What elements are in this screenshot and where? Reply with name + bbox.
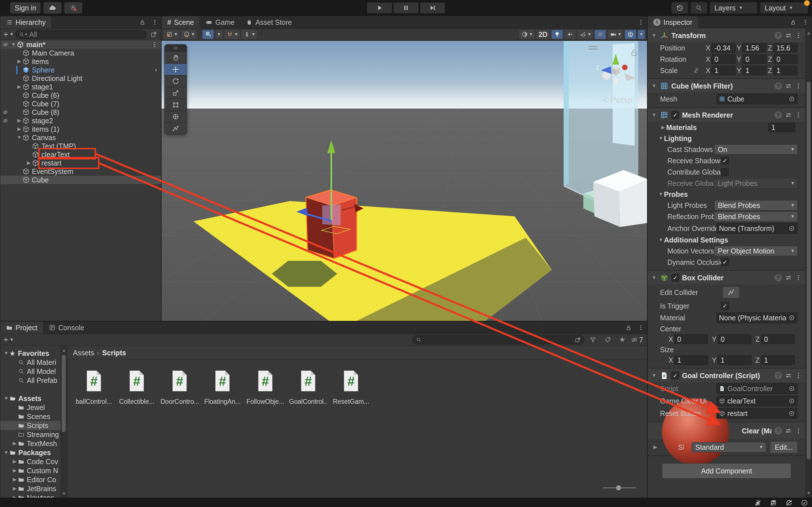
position-y-field[interactable]: 1.56	[742, 43, 767, 53]
tab-scene[interactable]: #Scene	[162, 16, 199, 29]
scroll-up-arrow[interactable]: ▲	[61, 348, 67, 353]
tool-handle-rotation-dropdown[interactable]: ▾	[181, 30, 196, 39]
auto-refresh-status-button[interactable]	[781, 498, 797, 507]
hierarchy-item-main-camera[interactable]: Main Camera	[0, 49, 161, 57]
tab-asset-store[interactable]: Asset Store	[240, 16, 297, 29]
project-tree-scrollbar[interactable]: ▲ ▼	[61, 346, 67, 498]
object-picker-icon[interactable]	[788, 398, 795, 404]
tree-item-scripts[interactable]: Scripts	[0, 421, 67, 430]
asset-tile-2[interactable]: #DoorContro...	[160, 366, 199, 406]
fold-expanded-icon[interactable]: ▼	[651, 83, 657, 89]
fold-expanded-icon[interactable]: ▼	[10, 42, 17, 47]
hierarchy-search-input[interactable]: ▾ All	[15, 30, 146, 39]
scale-z-field[interactable]: 1	[773, 66, 798, 75]
is-trigger-checkbox[interactable]: ✓	[721, 302, 729, 310]
scroll-up-arrow[interactable]: ▲	[806, 31, 812, 36]
snap-button[interactable]: ▾	[224, 30, 240, 39]
fold-expanded-icon[interactable]: ▼	[651, 112, 657, 118]
camera-settings-dropdown[interactable]: ▾	[607, 30, 623, 39]
position-z-field[interactable]: 15.6	[773, 43, 798, 53]
tree-item-textmesh[interactable]: ▶TextMesh	[0, 439, 67, 448]
help-icon[interactable]: ?	[774, 427, 782, 435]
tree-item-custom-n[interactable]: ▶Custom N	[0, 466, 67, 475]
project-create-button[interactable]: ▾	[3, 336, 13, 343]
move-tool-button[interactable]	[165, 64, 187, 75]
vector-y-field[interactable]: 1	[717, 355, 751, 365]
compile-status-button[interactable]	[797, 498, 812, 507]
grid-visibility-button[interactable]	[202, 30, 214, 39]
pause-button[interactable]	[394, 3, 418, 13]
fold-collapsed-icon[interactable]: ▶	[16, 126, 22, 132]
asset-tile-5[interactable]: #GoalControl...	[288, 366, 328, 406]
reflection-probes-dropdown[interactable]: Blend Probes▾	[714, 212, 798, 222]
scene-menu-icon[interactable]	[151, 41, 158, 48]
rotate-tool-button[interactable]	[165, 75, 187, 87]
material-object-field[interactable]: None (Physic Material)	[716, 313, 798, 323]
search-by-label-button[interactable]	[601, 336, 614, 343]
component-header-mesh-renderer[interactable]: ▼✓Mesh Renderer?	[648, 108, 806, 122]
tree-item-streaming[interactable]: Streaming	[0, 430, 67, 439]
scene-menu-button[interactable]	[635, 16, 647, 29]
fold-collapsed-icon[interactable]: ▶	[16, 118, 22, 123]
fold-expanded-icon[interactable]: ▼	[658, 191, 664, 197]
debugger-status-button[interactable]	[750, 498, 765, 507]
layout-dropdown[interactable]: Layout▾	[760, 2, 808, 13]
tab-game[interactable]: Game	[199, 16, 240, 29]
receive-global-illu-dropdown[interactable]: Light Probes▾	[714, 178, 798, 188]
tree-item-all-model[interactable]: All Model	[0, 367, 67, 376]
hierarchy-item-sphere[interactable]: Sphere›	[0, 66, 161, 74]
breadcrumb-current[interactable]: Scripts	[102, 348, 126, 357]
object-picker-icon[interactable]	[788, 385, 795, 392]
position-x-field[interactable]: -0.34	[711, 43, 736, 53]
shading-mode-dropdown[interactable]: ▾	[519, 30, 534, 39]
fold-collapsed-icon[interactable]: ▶	[26, 160, 32, 166]
tree-item-all-materi[interactable]: All Materi	[0, 358, 67, 367]
hierarchy-item-cleartext[interactable]: clearText	[0, 150, 161, 159]
slider-knob[interactable]	[616, 485, 621, 490]
fold-expanded-icon[interactable]: ▼	[658, 237, 664, 243]
layers-dropdown[interactable]: Layers▾	[710, 2, 757, 13]
vector-y-field[interactable]: 0	[717, 334, 751, 344]
audio-toggle-button[interactable]	[565, 30, 576, 39]
tab-project[interactable]: Project	[0, 322, 43, 334]
tab-console[interactable]: Console	[43, 322, 90, 334]
anchor-override-object-field[interactable]: None (Transform)	[716, 223, 798, 234]
inspector-menu-button[interactable]	[799, 16, 812, 29]
tree-item-code-cov[interactable]: ▶Code Cov	[0, 457, 67, 466]
fold-collapsed-icon[interactable]: ▶	[11, 441, 18, 446]
tool-handle-position-dropdown[interactable]: ▾	[164, 30, 179, 39]
mesh-object-field[interactable]: Cube	[716, 94, 798, 104]
object-picker-icon[interactable]	[788, 96, 795, 102]
tree-item-assets[interactable]: ▼Assets	[0, 394, 67, 403]
help-icon[interactable]: ?	[774, 372, 782, 379]
fold-expanded-icon[interactable]: ▼	[16, 135, 22, 140]
hidden-objects-toggle[interactable]	[595, 30, 606, 39]
hierarchy-item-cube-7-[interactable]: Cube (7)	[0, 100, 161, 108]
hierarchy-item-eventsystem[interactable]: EventSystem	[0, 167, 161, 176]
scroll-down-arrow[interactable]: ▼	[61, 491, 67, 496]
asset-zoom-slider[interactable]	[603, 485, 636, 490]
open-search-window-icon[interactable]	[575, 337, 581, 343]
hierarchy-scene-row[interactable]: ▼main*	[0, 40, 161, 49]
hierarchy-item-stage1[interactable]: ▶stage1	[0, 82, 161, 91]
scale-tool-button[interactable]	[165, 88, 187, 99]
vector-x-field[interactable]: 0	[674, 334, 708, 344]
2d-toggle-button[interactable]: 2D	[536, 30, 550, 39]
tab-hierarchy[interactable]: Hierarchy	[0, 16, 51, 29]
fold-expanded-icon[interactable]: ▼	[3, 450, 9, 455]
hierarchy-item-cube-8-[interactable]: Cube (8)	[0, 108, 161, 116]
fold-collapsed-icon[interactable]: ▶	[11, 477, 18, 483]
asset-tile-3[interactable]: #FloatingAn...	[203, 366, 242, 406]
fold-expanded-icon[interactable]: ▼	[651, 33, 657, 38]
component-header-box-collider[interactable]: ▼✓Box Collider?	[648, 271, 806, 285]
object-picker-icon[interactable]	[788, 410, 795, 417]
fold-collapsed-icon[interactable]: ▶	[16, 59, 22, 64]
asset-tile-0[interactable]: #ballControl...	[74, 366, 114, 406]
hierarchy-item-items-1-[interactable]: ▶items (1)	[0, 125, 161, 133]
transform-tool-button[interactable]	[165, 111, 187, 122]
rotation-y-field[interactable]: 0	[742, 54, 767, 64]
edit-collider-button[interactable]	[722, 286, 740, 298]
hidden-packages-toggle[interactable]: 7	[631, 336, 645, 344]
gizmos-toggle[interactable]	[625, 30, 636, 39]
search-by-type-button[interactable]	[587, 336, 599, 343]
